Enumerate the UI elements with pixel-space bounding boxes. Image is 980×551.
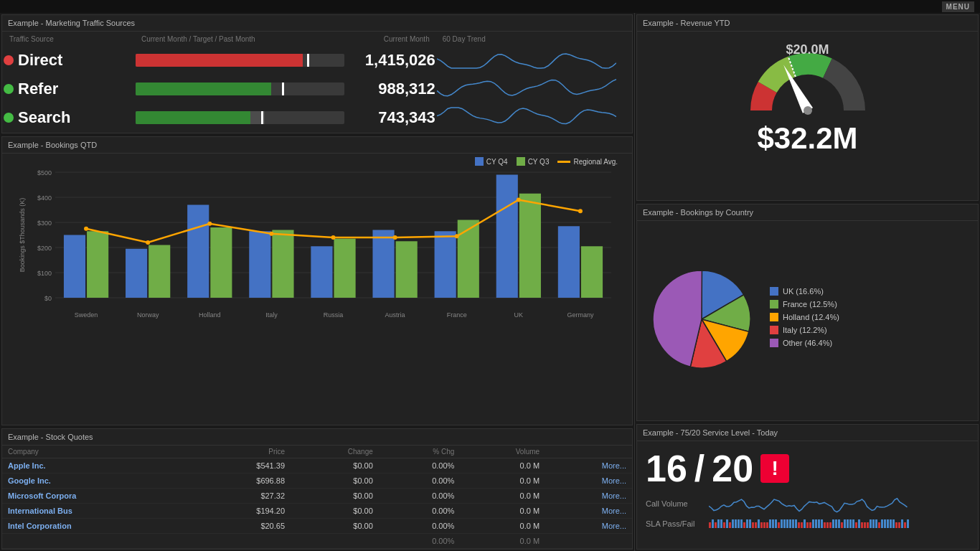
stock-price: $696.88 — [194, 474, 291, 489]
source-name: Direct — [4, 51, 134, 70]
stocks-header-price: Price — [194, 446, 291, 458]
pie-legend-label: Holland (12.4%) — [783, 313, 839, 321]
svg-point-44 — [331, 235, 336, 240]
svg-point-41 — [146, 240, 150, 245]
svg-rect-82 — [795, 519, 797, 528]
svg-rect-81 — [792, 519, 794, 528]
service-panel: Example - 75/20 Service Level - Today 16… — [636, 424, 979, 550]
svg-rect-87 — [809, 522, 811, 528]
pie-color — [770, 339, 778, 347]
legend-item: CY Q4 — [475, 157, 508, 166]
menu-button[interactable]: MENU — [942, 1, 974, 12]
svg-rect-70 — [760, 522, 763, 528]
svg-rect-32 — [458, 220, 479, 298]
svg-rect-116 — [892, 519, 895, 528]
bar-fill-current — [136, 83, 271, 95]
svg-rect-106 — [864, 522, 866, 528]
svg-point-42 — [207, 222, 212, 226]
legend-item: CY Q3 — [517, 157, 550, 166]
bar-container — [136, 54, 344, 67]
svg-text:$400: $400 — [37, 194, 52, 202]
service-title: Example - 75/20 Service Level - Today — [637, 425, 978, 441]
alert-badge: ! — [760, 454, 789, 483]
stocks-header-change: Change — [291, 446, 379, 458]
trend-chart — [437, 47, 616, 72]
svg-text:Holland: Holland — [199, 311, 221, 319]
svg-rect-62 — [738, 519, 740, 528]
svg-rect-102 — [852, 519, 854, 528]
revenue-inner: $20.0M $32.2M — [637, 32, 978, 163]
bar-container — [136, 111, 344, 124]
stock-more[interactable]: More... — [545, 504, 632, 519]
svg-text:$500: $500 — [37, 169, 52, 176]
stock-price: $194.20 — [194, 504, 291, 519]
stock-more[interactable]: More... — [545, 458, 632, 474]
stock-row: International Bus $194.20 $0.00 0.00% 0.… — [2, 504, 632, 519]
pie-legend-item: France (12.5%) — [770, 300, 839, 309]
sla-label: SLA Pass/Fail — [646, 519, 703, 528]
country-title: Example - Bookings by Country — [637, 204, 978, 221]
svg-rect-73 — [769, 519, 771, 528]
svg-rect-60 — [732, 519, 734, 528]
stock-price: $20.65 — [194, 519, 291, 534]
svg-rect-119 — [901, 519, 903, 528]
svg-rect-76 — [778, 522, 780, 528]
svg-rect-75 — [775, 519, 777, 528]
bookings-panel: Example - Bookings QTD CY Q4CY Q3Regiona… — [1, 136, 633, 425]
stock-change: $0.00 — [291, 458, 379, 474]
stocks-footer-volume: 0.0 M — [460, 534, 545, 549]
country-panel: Example - Bookings by Country UK (16.6%)… — [636, 204, 979, 421]
revenue-title: Example - Revenue YTD — [637, 15, 978, 32]
svg-rect-17 — [149, 245, 170, 298]
svg-text:$300: $300 — [37, 220, 52, 227]
pie-legend-item: UK (16.6%) — [770, 287, 839, 296]
stock-company: International Bus — [2, 504, 194, 519]
svg-rect-96 — [835, 519, 837, 528]
svg-rect-121 — [907, 519, 909, 528]
stock-more[interactable]: More... — [545, 474, 632, 489]
stock-pct: 0.00% — [379, 474, 461, 489]
stock-volume: 0.0 M — [460, 489, 545, 504]
bookings-title: Example - Bookings QTD — [2, 137, 632, 154]
svg-rect-25 — [311, 246, 332, 298]
traffic-value: 743,343 — [346, 104, 435, 131]
stock-more[interactable]: More... — [545, 519, 632, 534]
svg-rect-68 — [755, 522, 757, 528]
svg-rect-88 — [812, 519, 814, 528]
svg-rect-74 — [772, 519, 774, 528]
svg-text:France: France — [447, 311, 467, 319]
svg-rect-56 — [720, 519, 722, 528]
stock-volume: 0.0 M — [460, 474, 545, 489]
stock-change: $0.00 — [291, 519, 379, 534]
svg-point-45 — [393, 235, 397, 240]
svg-rect-35 — [519, 194, 541, 298]
bar-target — [282, 83, 284, 95]
svg-rect-103 — [855, 522, 857, 528]
svg-rect-86 — [806, 522, 809, 528]
svg-text:Norway: Norway — [137, 311, 159, 319]
stock-more[interactable]: More... — [545, 489, 632, 504]
pie-legend-label: Other (46.4%) — [783, 339, 832, 347]
pie-legend: UK (16.6%) France (12.5%) Holland (12.4%… — [770, 287, 839, 352]
service-numerator: 16 — [646, 447, 687, 490]
svg-rect-98 — [841, 522, 843, 528]
svg-rect-85 — [804, 519, 806, 528]
svg-rect-23 — [272, 230, 293, 298]
stock-row: Google Inc. $696.88 $0.00 0.00% 0.0 M Mo… — [2, 474, 632, 489]
stock-pct: 0.00% — [379, 504, 461, 519]
traffic-title: Example - Marketing Traffic Sources — [2, 15, 632, 32]
svg-rect-110 — [875, 519, 877, 528]
stocks-panel: Example - Stock Quotes Company Price Cha… — [1, 428, 633, 550]
chart-legend: CY Q4CY Q3Regional Avg. — [9, 157, 625, 166]
pie-color — [770, 300, 778, 309]
svg-point-40 — [84, 227, 88, 231]
legend-label: CY Q3 — [528, 158, 550, 166]
stock-pct: 0.00% — [379, 519, 461, 534]
svg-rect-19 — [187, 205, 209, 298]
traffic-value: 1,415,026 — [346, 47, 435, 74]
svg-rect-109 — [872, 519, 875, 528]
pie-legend-item: Other (46.4%) — [770, 339, 839, 347]
gauge-container: $20.0M — [736, 39, 880, 118]
stock-change: $0.00 — [291, 489, 379, 504]
svg-rect-37 — [558, 226, 580, 298]
